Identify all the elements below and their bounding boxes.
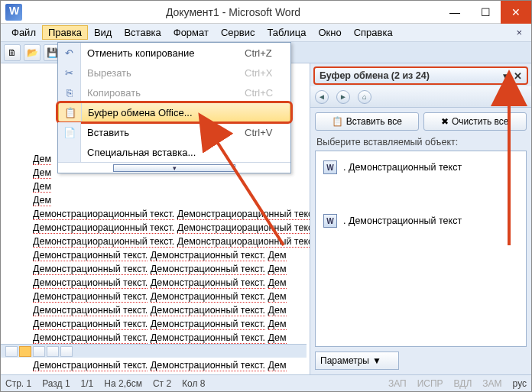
- menu-file[interactable]: Файл: [5, 25, 42, 40]
- paste-all-button[interactable]: 📋Вставить все: [315, 112, 419, 131]
- menu-help[interactable]: Справка: [348, 25, 399, 40]
- minimize-button[interactable]: —: [440, 1, 470, 24]
- view-mode-bar: [1, 344, 307, 358]
- menu-paste-special[interactable]: Специальная вставка...: [58, 142, 290, 162]
- menu-copy[interactable]: ⎘ Копировать Ctrl+C: [58, 83, 290, 102]
- clipboard-prompt: Выберите вставляемый объект:: [310, 135, 531, 151]
- menu-undo[interactable]: ↶ Отменить копирование Ctrl+Z: [58, 43, 290, 63]
- cut-icon: ✂: [65, 67, 73, 79]
- menu-edit[interactable]: Правка: [42, 25, 88, 40]
- menu-tools[interactable]: Сервис: [215, 25, 261, 40]
- menu-insert[interactable]: Вставка: [118, 25, 167, 40]
- clipboard-item-text: . Демонстрационный текст: [343, 162, 462, 173]
- status-section: Разд 1: [42, 378, 70, 389]
- menu-window[interactable]: Окно: [312, 25, 347, 40]
- status-trk: ИСПР: [417, 378, 443, 389]
- status-ext: ВДЛ: [454, 378, 472, 389]
- menu-expand[interactable]: ▾: [58, 162, 290, 173]
- edit-menu-dropdown: ↶ Отменить копирование Ctrl+Z ✂ Вырезать…: [57, 42, 291, 173]
- view-outline-icon[interactable]: [47, 346, 59, 357]
- menu-paste[interactable]: 📄 Вставить Ctrl+V: [58, 122, 290, 142]
- status-page: Стр. 1: [5, 378, 31, 389]
- paste-icon: 📋: [332, 116, 343, 127]
- clipboard-pane: Буфер обмена (2 из 24) ▼ ✕ ◄ ► ⌂ 📋Встави…: [310, 63, 531, 374]
- clipboard-icon: 📋: [64, 107, 76, 118]
- view-reading-icon[interactable]: [60, 346, 73, 357]
- clipboard-item-text: . Демонстрационный текст: [343, 215, 462, 226]
- window-buttons: — ☐ ✕: [440, 1, 531, 24]
- copy-icon: ⎘: [66, 87, 73, 99]
- word-app-icon: [5, 4, 22, 21]
- menu-bar: Файл Правка Вид Вставка Формат Сервис Та…: [1, 24, 531, 42]
- nav-home-icon[interactable]: ⌂: [358, 90, 371, 104]
- view-web-icon[interactable]: [33, 346, 45, 357]
- view-normal-icon[interactable]: [5, 346, 18, 357]
- maximize-button[interactable]: ☐: [470, 1, 501, 24]
- clear-icon: ✖: [441, 116, 449, 127]
- clipboard-item[interactable]: W . Демонстрационный текст: [320, 209, 521, 232]
- clipboard-params-button[interactable]: Параметры▼: [315, 352, 399, 370]
- status-at: На 2,6см: [104, 378, 142, 389]
- menu-table[interactable]: Таблица: [261, 25, 312, 40]
- status-pages: 1/1: [81, 378, 94, 389]
- status-lang: рус: [513, 378, 527, 389]
- undo-icon: ↶: [65, 47, 73, 59]
- menu-view[interactable]: Вид: [88, 25, 118, 40]
- menu-cut[interactable]: ✂ Вырезать Ctrl+X: [58, 63, 290, 83]
- menu-clipboard-office[interactable]: 📋 Буфер обмена Office...: [58, 102, 290, 122]
- clipboard-menu-icon[interactable]: ▼: [501, 72, 509, 80]
- close-button[interactable]: ✕: [501, 1, 531, 24]
- clipboard-nav: ◄ ► ⌂: [310, 86, 531, 108]
- status-rec: ЗАП: [388, 378, 407, 389]
- tool-open-icon[interactable]: 📂: [24, 44, 41, 61]
- clipboard-close-icon[interactable]: ✕: [514, 70, 522, 82]
- clipboard-title: Буфер обмена (2 из 24): [320, 70, 430, 81]
- status-line: Ст 2: [153, 378, 171, 389]
- status-col: Кол 8: [182, 378, 205, 389]
- status-bar: Стр. 1 Разд 1 1/1 На 2,6см Ст 2 Кол 8 ЗА…: [1, 374, 531, 391]
- word-item-icon: W: [323, 214, 337, 228]
- chevron-down-icon: ▾: [113, 164, 235, 172]
- tool-new-icon[interactable]: 🗎: [4, 44, 21, 61]
- title-bar: Документ1 - Microsoft Word — ☐ ✕: [1, 1, 531, 24]
- word-item-icon: W: [323, 160, 337, 174]
- clipboard-list[interactable]: W . Демонстрационный текст W . Демонстра…: [315, 151, 527, 347]
- window-title: Документ1 - Microsoft Word: [27, 6, 440, 18]
- clipboard-item[interactable]: W . Демонстрационный текст: [320, 156, 521, 179]
- nav-back-icon[interactable]: ◄: [315, 90, 329, 104]
- clear-all-button[interactable]: ✖Очистить все: [423, 112, 527, 131]
- nav-forward-icon[interactable]: ►: [336, 90, 350, 104]
- document-text: Дем Дем Дем Дем Демонстрациорационный те…: [33, 152, 307, 372]
- view-print-icon[interactable]: [19, 346, 31, 357]
- paste-icon: 📄: [63, 127, 76, 138]
- menu-close-icon[interactable]: ×: [511, 27, 527, 38]
- status-ovr: ЗАМ: [482, 378, 501, 389]
- clipboard-pane-header: Буфер обмена (2 из 24) ▼ ✕: [313, 66, 528, 85]
- menu-format[interactable]: Формат: [167, 25, 215, 40]
